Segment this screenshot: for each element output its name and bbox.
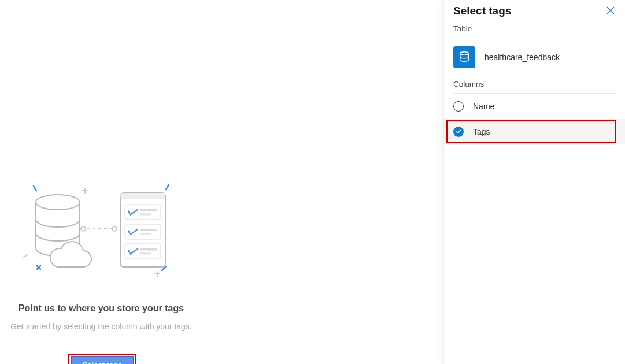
select-tags-button-highlight: Select tags [68, 354, 136, 364]
select-tags-panel: Select tags Table healthcare_feedback Co… [443, 0, 625, 364]
svg-rect-17 [140, 209, 157, 211]
svg-rect-21 [140, 233, 151, 235]
column-option-highlight [446, 120, 616, 143]
empty-state-subline: Get started by selecting the column with… [0, 322, 202, 331]
column-label: Tags [473, 127, 490, 136]
empty-state-illustration [23, 180, 173, 278]
svg-rect-23 [140, 248, 157, 251]
table-row[interactable]: healthcare_feedback [444, 38, 625, 76]
close-icon[interactable] [605, 6, 616, 16]
select-tags-button[interactable]: Select tags [71, 356, 134, 364]
table-name: healthcare_feedback [485, 53, 560, 62]
table-section-label: Table [444, 24, 625, 38]
panel-title: Select tags [453, 5, 511, 17]
column-option-tags[interactable]: Tags [444, 119, 625, 144]
svg-point-10 [36, 195, 80, 210]
svg-rect-24 [140, 252, 151, 255]
svg-point-13 [112, 226, 117, 231]
column-label: Name [473, 102, 494, 111]
svg-rect-20 [140, 229, 157, 231]
svg-rect-18 [140, 213, 151, 216]
radio-checked-icon [453, 127, 464, 137]
radio-unchecked-icon [453, 101, 464, 112]
svg-line-9 [23, 254, 28, 258]
empty-state-headline: Point us to where you store your tags [0, 303, 202, 314]
svg-point-25 [460, 52, 469, 55]
main-content: Point us to where you store your tags Ge… [0, 14, 439, 364]
svg-line-0 [34, 186, 36, 191]
svg-rect-15 [120, 193, 165, 199]
svg-line-1 [166, 185, 169, 190]
column-option-name[interactable]: Name [444, 94, 625, 119]
svg-point-11 [81, 226, 86, 231]
columns-section-label: Columns [444, 80, 625, 93]
database-icon [453, 46, 475, 68]
